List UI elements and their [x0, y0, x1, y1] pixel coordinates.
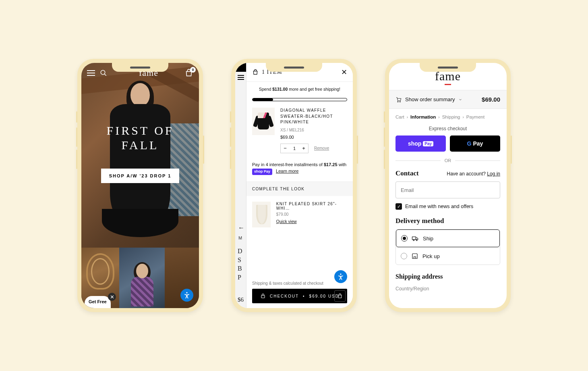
bag-icon[interactable]: 0 [184, 69, 193, 77]
side-button [230, 127, 231, 147]
get-free-pill[interactable]: Get Free [85, 296, 111, 308]
svg-point-3 [340, 273, 341, 275]
underlay-text: D S B P [238, 247, 242, 281]
chevron-down-icon [458, 98, 462, 102]
remove-link[interactable]: Remove [314, 146, 329, 150]
alt-pay-icon[interactable] [334, 290, 346, 302]
search-icon[interactable] [100, 69, 108, 77]
underlay-page: ← M D S B P $6 [235, 63, 246, 308]
bag-icon [252, 69, 259, 75]
qty-decrement-button[interactable]: − [281, 144, 290, 153]
newsletter-checkbox-row[interactable]: ✓ Email me with news and offers [395, 203, 500, 210]
underlay-text: M [238, 236, 243, 240]
order-summary-toggle[interactable]: Show order summary $69.00 [389, 90, 507, 109]
pickup-option[interactable]: Pick up [396, 247, 500, 265]
crumb-shipping: Shipping [442, 115, 460, 119]
crumb-information[interactable]: Information [410, 115, 436, 119]
google-pay-button[interactable]: G Pay [450, 135, 500, 152]
phone-checkout: fame Show order summary $69.00 Cart› Inf… [385, 59, 511, 312]
side-button [357, 135, 358, 164]
crumb-payment: Payment [466, 115, 484, 119]
ship-option[interactable]: Ship [396, 229, 500, 247]
close-icon[interactable]: ✕ [341, 68, 347, 77]
cart-footer: Shipping & taxes calculated at checkout … [246, 278, 353, 308]
sweater-illustration [255, 113, 271, 130]
tax-note: Shipping & taxes calculated at checkout [252, 281, 347, 286]
bag-count-badge: 0 [190, 67, 196, 73]
checkout-button[interactable]: CHECKOUT • $69.00 USD [252, 289, 347, 303]
menu-icon[interactable] [238, 75, 244, 80]
hero-text: FIRST OF FALL SHOP A/W '23 DROP 1 [81, 123, 199, 183]
underlay-price: $6 [238, 296, 244, 303]
summary-label: Show order summary [405, 96, 455, 102]
country-field-label[interactable]: Country/Region [395, 283, 500, 292]
qty-value: 1 [290, 146, 299, 151]
side-button [230, 150, 231, 169]
email-field[interactable] [395, 181, 500, 198]
login-link[interactable]: Log in [487, 171, 500, 177]
pickup-label: Pick up [422, 253, 440, 259]
side-button [511, 135, 512, 164]
thumb-image[interactable] [119, 248, 165, 308]
express-checkout-label: Express checkout [389, 125, 507, 135]
shoppay-badge: shop Pay [252, 169, 272, 175]
radio-selected-icon [401, 235, 408, 242]
side-button [76, 127, 77, 147]
accessibility-icon[interactable] [180, 289, 193, 302]
checkout-screen: fame Show order summary $69.00 Cart› Inf… [389, 63, 507, 308]
item-name[interactable]: DIAGONAL WAFFLE SWEATER-BLACK/HOT PINK/W… [280, 108, 347, 125]
svg-point-2 [186, 292, 187, 293]
svg-point-8 [413, 240, 414, 241]
hero-line1: FIRST OF [106, 124, 174, 137]
crumb-cart[interactable]: Cart [395, 115, 404, 119]
quantity-stepper: − 1 + [280, 144, 308, 153]
qty-increment-button[interactable]: + [299, 144, 308, 153]
item-variant: XS / MEL216 [280, 128, 347, 132]
rec-name[interactable]: KNIT PLEATED SKIRT 26"-WHI… [276, 202, 347, 211]
delivery-method-heading: Delivery method [395, 217, 500, 225]
order-total: $69.00 [482, 96, 500, 103]
login-prompt: Have an account? Log in [447, 171, 500, 177]
wicker-chair [86, 253, 114, 290]
installments-note: Pay in 4 interest-free installments of $… [246, 160, 353, 182]
hero-line2: FALL [122, 138, 159, 152]
thumb-model [128, 264, 156, 308]
shop-pay-button[interactable]: shopPay [395, 135, 446, 152]
shipping-progress-bar [252, 98, 347, 101]
or-divider: OR [389, 152, 507, 169]
side-button [384, 111, 385, 123]
checkout-label: CHECKOUT [270, 294, 299, 298]
radio-unselected-icon [401, 253, 407, 259]
close-pill-icon[interactable]: ✕ [108, 293, 116, 301]
breadcrumb: Cart› Information› Shipping› Payment [389, 109, 507, 125]
shipping-address-heading: Shipping address [395, 273, 500, 280]
complete-the-look-heading: COMPLETE THE LOOK [246, 182, 353, 196]
cart-screen: ← M D S B P $6 1 ITEM ✕ Spend $131.00 mo… [235, 63, 353, 308]
ship-label: Ship [423, 236, 433, 242]
store-icon [411, 252, 418, 260]
checkout-sep: • [303, 294, 305, 298]
menu-icon[interactable] [87, 69, 95, 77]
skirt-illustration [256, 205, 267, 224]
item-thumbnail[interactable] [252, 108, 275, 135]
phone-cart: ← M D S B P $6 1 ITEM ✕ Spend $131.00 mo… [231, 59, 357, 312]
model-head [130, 83, 150, 106]
learn-more-link[interactable]: Learn more [276, 169, 298, 173]
back-arrow-icon[interactable]: ← [238, 224, 244, 231]
side-button [384, 127, 385, 147]
item-info: DIAGONAL WAFFLE SWEATER-BLACK/HOT PINK/W… [280, 108, 347, 153]
phone-home: fame 0 FIRST OF FALL SHOP A/W '23 DROP 1 [77, 59, 203, 312]
item-price: $69.00 [280, 135, 347, 140]
side-button [230, 111, 231, 123]
cart-icon [395, 96, 402, 103]
accessibility-icon[interactable] [334, 270, 347, 283]
side-button [76, 150, 77, 169]
contact-heading: Contact [395, 169, 419, 177]
quick-view-link[interactable]: Quick view [276, 219, 347, 224]
home-screen: fame 0 FIRST OF FALL SHOP A/W '23 DROP 1 [81, 63, 199, 308]
recommended-item: KNIT PLEATED SKIRT 26"-WHI… $79.00 Quick… [246, 196, 353, 233]
truck-icon [412, 235, 419, 242]
shop-drop-button[interactable]: SHOP A/W '23 DROP 1 [101, 169, 180, 183]
rec-thumbnail[interactable] [252, 202, 271, 227]
checkbox-checked-icon[interactable]: ✓ [395, 203, 402, 210]
